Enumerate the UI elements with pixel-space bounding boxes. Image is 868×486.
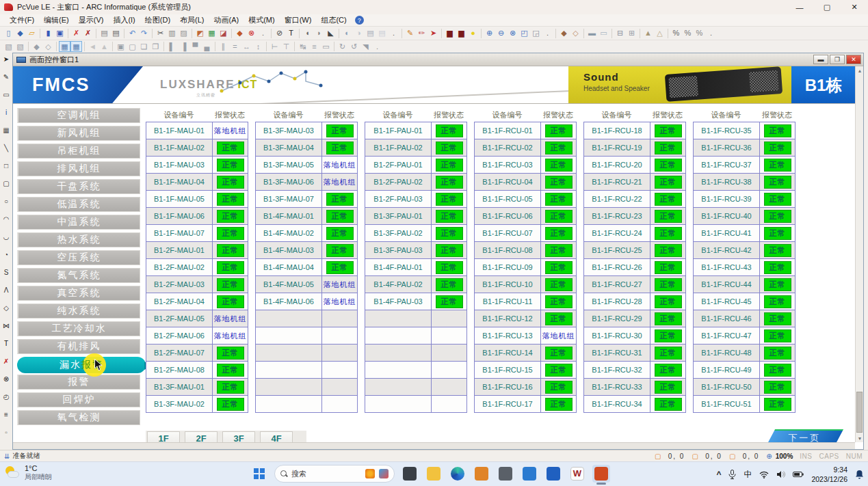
floor-tab-3F[interactable]: 3F [222, 431, 255, 442]
align-right-icon[interactable]: ▐ [178, 41, 189, 52]
open-file-icon[interactable]: ▱ [26, 28, 38, 39]
arc-icon[interactable]: ◠ [1, 214, 12, 224]
paste-icon[interactable]: ▨ [178, 28, 189, 39]
scada-doc-app-icon[interactable] [544, 465, 562, 483]
copy-icon[interactable]: ▥ [166, 28, 178, 39]
sheet2-icon[interactable]: ▤ [376, 28, 388, 39]
pcvue-app-icon[interactable] [592, 465, 610, 483]
maximize-button[interactable]: ▢ [813, 0, 841, 14]
redo-icon[interactable]: ↷ [138, 28, 150, 39]
file-explorer-icon[interactable] [425, 465, 443, 483]
delete-red-icon[interactable]: ✗ [70, 28, 82, 39]
tray-chevron-up-icon[interactable]: ^ [716, 470, 721, 479]
sidebar-item-8[interactable]: 空压系统 [17, 250, 140, 265]
line-icon[interactable]: ╲ [1, 143, 12, 152]
panel-icon[interactable]: ▫ [1, 427, 12, 437]
sidebar-item-4[interactable]: 干盘系统 [17, 179, 140, 194]
word-app-icon[interactable]: W [568, 465, 586, 483]
menu-item-3[interactable]: 插入(I) [109, 14, 139, 26]
sidebar-item-15[interactable]: 报警 [17, 375, 140, 390]
wifi-icon[interactable] [759, 471, 769, 478]
sidebar-item-10[interactable]: 真空系统 [17, 286, 140, 301]
monitor-icon[interactable]: ▬ [586, 28, 598, 39]
bowtie-icon[interactable]: ⋈ [1, 321, 12, 330]
page-up2-icon[interactable]: △ [654, 28, 666, 39]
send-back-icon[interactable]: ❐ [150, 41, 161, 52]
group-icon[interactable]: ▣ [115, 41, 127, 52]
sidebar-item-7[interactable]: 热水系统 [17, 232, 140, 247]
more-dot2-icon[interactable]: . [388, 28, 399, 39]
mimic-close-button[interactable]: ✕ [846, 55, 861, 64]
polyline-icon[interactable]: Λ [1, 285, 12, 295]
pie-icon[interactable]: ◔ [1, 249, 12, 259]
search-box[interactable]: 搜索 [274, 465, 395, 483]
comment-icon[interactable]: ◖ [302, 28, 313, 39]
delete-red2-icon[interactable]: ✗ [82, 28, 94, 39]
polygon-icon[interactable]: ◇ [1, 303, 12, 312]
gauge-icon[interactable]: ◴ [1, 392, 12, 401]
forbid-icon[interactable]: ⊘ [274, 28, 285, 39]
marker-icon[interactable]: ◆ [234, 28, 246, 39]
close-button[interactable]: ✕ [841, 0, 868, 14]
mimic-restore-button[interactable]: ❐ [830, 55, 845, 64]
settings-app-icon[interactable] [521, 465, 538, 483]
weather-widget[interactable]: 1°C 局部晴朗 [4, 464, 52, 482]
rotate-cw-icon[interactable]: ↻ [337, 41, 348, 52]
same-width-icon[interactable]: ⊢ [269, 41, 280, 52]
search-highlight-icon-1[interactable] [365, 469, 375, 478]
pointer-icon[interactable]: ➤ [1, 54, 12, 64]
insert-image-icon[interactable]: ▦ [206, 28, 218, 39]
book-icon[interactable]: ▆ [444, 28, 456, 39]
select-all-icon[interactable]: ▧ [14, 41, 26, 52]
fit-icon[interactable]: ▭ [320, 41, 332, 52]
sidebar-item-13[interactable]: 有机排风 [17, 339, 140, 354]
same-height-icon[interactable]: ⊤ [280, 41, 292, 52]
comment2-icon[interactable]: ◗ [313, 28, 325, 39]
lock-icon[interactable]: ◆ [31, 41, 42, 52]
grid-tool-icon[interactable]: ▦ [1, 125, 12, 135]
minimize-button[interactable]: — [786, 0, 813, 14]
delete-x-icon[interactable]: ✗ [1, 356, 12, 366]
undo-icon[interactable]: ↶ [127, 28, 138, 39]
pan2-icon[interactable]: ◇ [570, 28, 581, 39]
print-icon[interactable]: ▤ [110, 28, 122, 39]
zoom-cancel-icon[interactable]: ⊗ [507, 28, 518, 39]
var2-icon[interactable]: % [682, 28, 694, 39]
menu-item-0[interactable]: 文件(F) [5, 14, 38, 26]
target-icon[interactable]: ⊗ [1, 374, 12, 383]
grid-icon[interactable]: ▦ [59, 41, 70, 52]
curve-icon[interactable]: S [1, 267, 12, 277]
ellipse-icon[interactable]: ○ [1, 196, 12, 206]
var3-icon[interactable]: % [694, 28, 705, 39]
brush-icon[interactable]: ✏ [416, 28, 428, 39]
ime-indicator[interactable]: 中 [744, 469, 752, 481]
menu-item-5[interactable]: 布局(L) [176, 14, 208, 26]
menu-item-6[interactable]: 动画(A) [210, 14, 244, 26]
select-icon[interactable]: ▧ [3, 41, 14, 52]
mimic-window-titlebar[interactable]: 画面控件窗口1 ▬ ❐ ✕ [13, 53, 863, 66]
sphere2-icon[interactable]: ◑ [353, 28, 365, 39]
store-app-icon[interactable] [473, 465, 490, 483]
pencil-icon[interactable]: ✎ [404, 28, 416, 39]
distribute-h-icon[interactable]: ∥ [218, 41, 229, 52]
sheet-icon[interactable]: ▤ [365, 28, 376, 39]
cube-app-icon[interactable] [497, 465, 514, 483]
book2-icon[interactable]: ▆ [456, 28, 467, 39]
horizontal-scrollbar[interactable] [13, 442, 855, 449]
frame-icon[interactable]: ⊟ [614, 28, 626, 39]
eraser-icon[interactable]: ▭ [1, 90, 12, 99]
speaker-volume-icon[interactable] [776, 470, 785, 478]
taskbar-clock[interactable]: 9:34 2023/12/26 [811, 465, 847, 484]
help-menu-icon[interactable]: ? [355, 16, 364, 25]
menu-item-1[interactable]: 编辑(E) [40, 14, 73, 26]
send-icon[interactable]: ➤ [428, 28, 439, 39]
menu-item-2[interactable]: 显示(V) [75, 14, 108, 26]
zoom-out-icon[interactable]: ⊖ [495, 28, 507, 39]
save-icon[interactable]: ▮ [42, 28, 54, 39]
flip-v-icon[interactable]: ▲ [98, 41, 110, 52]
ungroup-icon[interactable]: ▢ [127, 41, 138, 52]
sidebar-item-17[interactable]: 氧气检测 [17, 410, 140, 425]
bulb-icon[interactable]: ● [467, 28, 479, 39]
frame2-icon[interactable]: ⊞ [626, 28, 637, 39]
info-icon[interactable]: i [1, 107, 12, 117]
